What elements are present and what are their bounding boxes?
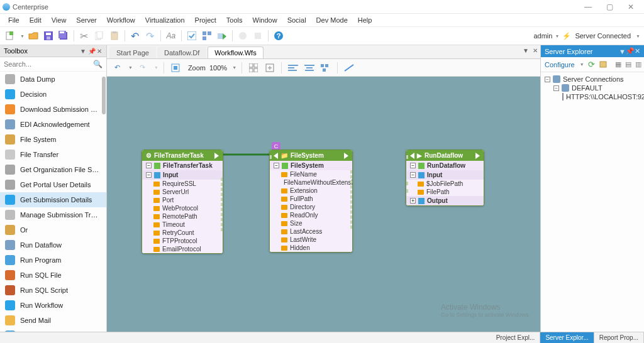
open-icon[interactable] xyxy=(27,30,40,42)
node-field[interactable]: Size xyxy=(270,219,352,227)
menu-help[interactable]: Help xyxy=(353,15,377,25)
output-port[interactable] xyxy=(221,213,223,216)
output-port[interactable] xyxy=(350,210,353,214)
tab-dataflow[interactable]: Dataflow.Df xyxy=(157,46,206,58)
toolbox-item[interactable]: Get Organization File Server Details xyxy=(0,162,106,177)
undo-icon[interactable]: ↶ xyxy=(111,62,123,74)
arrange-icon[interactable] xyxy=(319,62,332,74)
output-port[interactable] xyxy=(350,195,353,199)
tab-close-icon[interactable]: ✕ xyxy=(533,47,538,54)
tree-endpoint[interactable]: HTTPS:\\LOCALHOST:9261 xyxy=(545,92,640,101)
menu-view[interactable]: View xyxy=(47,15,71,25)
node-field[interactable]: WebProtocol xyxy=(142,204,223,212)
close-icon[interactable]: ✕ xyxy=(635,47,640,55)
toolbox-item[interactable]: Send Mail xyxy=(0,313,106,328)
tree-default[interactable]: −DEFAULT xyxy=(545,84,640,92)
status-project-explorer[interactable]: Project Expl... xyxy=(491,332,541,343)
output-port[interactable] xyxy=(350,180,353,183)
menu-project[interactable]: Project xyxy=(191,15,221,25)
output-port[interactable] xyxy=(350,170,353,173)
output-port-icon[interactable] xyxy=(214,153,219,159)
node-field[interactable]: ServerUrl xyxy=(142,188,223,196)
save-all-icon[interactable] xyxy=(57,30,70,42)
input-port-icon[interactable] xyxy=(410,153,414,159)
toolbox-item[interactable]: Get Submission Details xyxy=(0,192,106,207)
status-server-explorer[interactable]: Server Explor... xyxy=(540,332,594,343)
collapse-icon[interactable]: − xyxy=(410,163,416,168)
add-server-icon[interactable] xyxy=(599,60,608,70)
menu-file[interactable]: File xyxy=(4,15,24,25)
toolbox-item[interactable]: Decision xyxy=(0,87,106,102)
font-icon[interactable]: Aa xyxy=(165,30,177,42)
node-field[interactable]: RemotePath xyxy=(142,212,223,220)
grid-icon[interactable] xyxy=(247,62,260,74)
collapse-icon[interactable]: − xyxy=(553,85,559,91)
dropdown-icon[interactable]: ▼ xyxy=(80,48,86,55)
node-field[interactable]: Timeout xyxy=(142,220,223,229)
help-icon[interactable]: ? xyxy=(272,30,285,42)
collapse-icon[interactable]: − xyxy=(545,77,550,82)
output-port[interactable] xyxy=(221,208,223,211)
input-port-icon[interactable] xyxy=(274,153,278,159)
pin-icon[interactable]: 📌 xyxy=(88,48,94,55)
menu-workflow[interactable]: Workflow xyxy=(103,15,140,25)
output-port[interactable] xyxy=(221,193,223,196)
node-field[interactable]: Directory xyxy=(270,203,352,211)
layout-icon[interactable] xyxy=(201,30,213,42)
output-port[interactable] xyxy=(350,205,353,209)
toolbox-item[interactable]: Update Submission Status xyxy=(0,328,106,332)
align-left-icon[interactable] xyxy=(287,62,299,74)
toolbox-item[interactable]: Download Submission File xyxy=(0,102,106,117)
output-port[interactable] xyxy=(221,203,223,206)
output-port[interactable] xyxy=(350,190,353,193)
output-port[interactable] xyxy=(221,228,223,231)
menu-virtualization[interactable]: Virtualization xyxy=(141,15,189,25)
new-icon[interactable] xyxy=(4,30,16,42)
menu-tools[interactable]: Tools xyxy=(222,15,247,25)
output-port[interactable] xyxy=(221,183,223,186)
redo-icon[interactable]: ↷ xyxy=(144,30,157,42)
configure-link[interactable]: Configure xyxy=(545,61,575,68)
toolbox-item[interactable]: Run Program xyxy=(0,253,106,268)
toolbox-item[interactable]: Run SQL File xyxy=(0,268,106,283)
tab-dropdown-icon[interactable]: ▼ xyxy=(523,47,529,54)
save-icon[interactable] xyxy=(42,30,55,42)
output-port-icon[interactable] xyxy=(344,153,348,159)
output-port[interactable] xyxy=(350,215,353,219)
node-field[interactable]: RetryCount xyxy=(142,229,223,237)
scrollbar-thumb[interactable] xyxy=(102,77,106,114)
node-field[interactable]: LastWrite xyxy=(270,236,352,244)
dropdown-icon[interactable]: ▼ xyxy=(580,62,584,67)
workflow-canvas[interactable]: C ⚙FileTransferTask −FileTransferTask −I… xyxy=(107,77,540,332)
line-tool-icon[interactable] xyxy=(343,62,355,74)
pin-icon[interactable]: 📌 xyxy=(626,47,635,55)
node-rundataflow[interactable]: ▶RunDataflow −RunDataflow −Input $JobFil… xyxy=(406,150,484,206)
toolbox-item[interactable]: EDI Acknowledgement xyxy=(0,117,106,132)
collapse-icon[interactable]: − xyxy=(274,163,279,168)
node-filesystem[interactable]: 📁FileSystem −FileSystem FileNameFileName… xyxy=(269,150,353,253)
node-field[interactable]: FilePath xyxy=(406,188,484,196)
output-port[interactable] xyxy=(350,220,353,224)
view-a-icon[interactable]: ▦ xyxy=(615,60,621,68)
tool-a-icon[interactable] xyxy=(236,30,249,42)
node-field[interactable]: Port xyxy=(142,196,223,204)
toolbox-item[interactable]: Run SQL Script xyxy=(0,283,106,298)
output-port[interactable] xyxy=(221,178,223,181)
output-port[interactable] xyxy=(350,185,353,188)
toolbox-item[interactable]: File Transfer xyxy=(0,147,106,162)
output-port[interactable] xyxy=(221,223,223,226)
fit-icon[interactable] xyxy=(169,62,182,74)
tool-b-icon[interactable] xyxy=(252,30,264,42)
maximize-button[interactable]: ▢ xyxy=(599,3,620,11)
node-field[interactable]: $JobFilePath xyxy=(406,180,484,188)
view-b-icon[interactable]: ▤ xyxy=(625,60,631,68)
expand-icon[interactable]: + xyxy=(410,198,416,204)
menu-server[interactable]: Server xyxy=(72,15,101,25)
expand-icon[interactable] xyxy=(264,62,276,74)
node-filetransfertask[interactable]: ⚙FileTransferTask −FileTransferTask −Inp… xyxy=(142,150,223,254)
paste-icon[interactable] xyxy=(108,30,121,42)
output-port[interactable] xyxy=(350,200,353,204)
collapse-icon[interactable]: − xyxy=(146,163,152,168)
cut-icon[interactable]: ✂ xyxy=(78,30,91,42)
output-port[interactable] xyxy=(221,218,223,221)
